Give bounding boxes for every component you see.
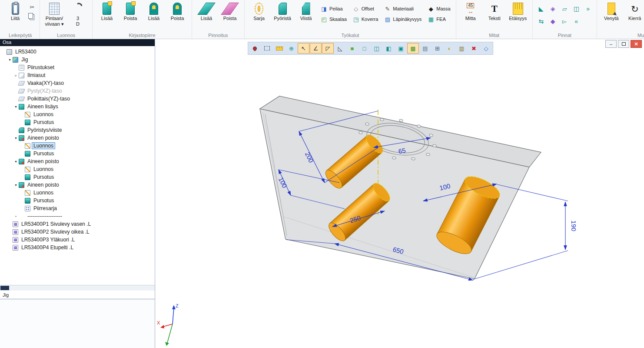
library-add-1-button[interactable]: Lisää	[96, 1, 118, 29]
skaalaa-button[interactable]: ◰Skaalaa	[319, 16, 349, 23]
kierr-button[interactable]: ↻Kierrä	[624, 1, 644, 29]
expander-icon[interactable]: ▾	[13, 183, 19, 187]
tree-item[interactable]: LR53400P4 Etupelti .L	[0, 244, 155, 251]
scrollbar-thumb[interactable]	[0, 286, 9, 290]
delete-view-button[interactable]: ✖	[468, 43, 480, 54]
massa-icon: ◆	[428, 6, 434, 12]
tree-item[interactable]: Pursotus	[0, 118, 155, 126]
surface-next-button[interactable]: »	[583, 3, 594, 14]
koverra-button[interactable]: ◳Koverra	[351, 16, 381, 23]
tree-item[interactable]: Pysty(XZ)-taso	[0, 87, 155, 95]
minimize-button[interactable]: –	[605, 40, 617, 48]
library-add-2-button[interactable]: Lisää	[143, 1, 165, 29]
print-view-button[interactable]: ▥	[456, 43, 468, 54]
copy-view-button[interactable]: ⊞	[432, 43, 443, 54]
view-hidden-lines-button[interactable]: ◫	[371, 43, 382, 54]
tree-item[interactable]: ÷ --------------------	[0, 212, 155, 220]
surface-quilt-button[interactable]: ◆	[548, 15, 558, 27]
l-pin-kyvyys-button[interactable]: ▨Läpinäkyvyys	[382, 16, 424, 23]
surfacing-add-button[interactable]: Lisää	[195, 1, 218, 29]
et-isyys-button[interactable]: Etäisyys	[507, 1, 529, 29]
snap-target-button[interactable]: ⊕	[285, 43, 297, 54]
materiaali-button[interactable]: ✎Materiaali	[382, 6, 424, 12]
offset-button[interactable]: ◇Offset	[351, 6, 381, 12]
measure-ruler-button[interactable]	[273, 43, 285, 54]
tree-item[interactable]: ▹ Ilmiasut	[0, 71, 155, 79]
pick-body-button[interactable]: ◺	[334, 43, 346, 54]
3-d-button[interactable]: 3 D	[66, 1, 89, 29]
venyt-button[interactable]: Venytä	[600, 1, 623, 29]
surface-offset-button[interactable]: ▱	[559, 3, 570, 14]
massa-button[interactable]: ◆Massa	[425, 6, 452, 12]
view-shaded-edges-button[interactable]: ▩	[407, 43, 419, 54]
tree-item[interactable]: Luonnos	[0, 142, 155, 150]
tree-item[interactable]: Pyöristys/viiste	[0, 126, 155, 134]
pick-edge-button[interactable]: ∠	[310, 43, 322, 54]
select-area-button[interactable]	[261, 43, 273, 54]
feature-list-button[interactable]: ▤	[419, 43, 431, 54]
expander-icon[interactable]: ▾	[13, 136, 19, 140]
tree-item[interactable]: Pursotus	[0, 197, 155, 204]
sarja-button[interactable]: Sarja	[248, 1, 270, 29]
cut-button[interactable]: ✂	[28, 3, 37, 11]
fea-button[interactable]: ▦FEA	[425, 16, 452, 23]
expander-icon[interactable]: ▾	[13, 105, 19, 109]
tree-item[interactable]: Luonnos	[0, 189, 155, 197]
tree-horizontal-scrollbar[interactable]	[0, 285, 155, 291]
pick-vertex-button[interactable]: ↖	[298, 43, 309, 54]
surface-prev-button[interactable]: «	[571, 15, 582, 27]
pintaan-viivaan-button[interactable]: Pintaan/ viivaan ▾	[43, 1, 66, 29]
expander-icon[interactable]: ▾	[7, 58, 13, 62]
view-wireframe-button[interactable]: □	[359, 43, 370, 54]
viewport-canvas[interactable]: 200 100 65 250 100	[155, 39, 644, 348]
surface-extend-2-button[interactable]: ▻	[559, 15, 570, 27]
pin-button[interactable]	[249, 43, 261, 54]
maximize-button[interactable]	[618, 40, 629, 48]
peilaa-button[interactable]: ◨Peilaa	[319, 6, 349, 12]
render-mode-button[interactable]: ◐	[444, 43, 455, 54]
mitta-button[interactable]: 45 ↔ Mitta	[459, 1, 482, 29]
tree-item[interactable]: Pursotus	[0, 150, 155, 157]
view-shaded-button[interactable]: ▣	[395, 43, 407, 54]
tree-item[interactable]: Piirustukset	[0, 64, 155, 71]
surface-join-button[interactable]: ⇆	[536, 15, 547, 27]
tree-item[interactable]: ▾ Jig	[0, 56, 155, 64]
tree-item[interactable]: Poikittais(YZ)-taso	[0, 95, 155, 103]
library-remove-2-button[interactable]: Poista	[166, 1, 189, 29]
tree-item[interactable]: LR53400P2 Sivulevy oikea .L	[0, 228, 155, 236]
export-plot-button[interactable]: ◇	[480, 43, 492, 54]
py-rist-button[interactable]: Pyöristä	[271, 1, 294, 29]
group-label-shaping: Muotoilu	[597, 33, 644, 38]
tree-item[interactable]: ▾ Aineen lisäys	[0, 103, 155, 110]
tree-item[interactable]: LR53400P3 Yläkuori .L	[0, 236, 155, 244]
tree-item[interactable]: LR53400P1 Sivulevy vasen .L	[0, 220, 155, 228]
expander-icon[interactable]: ▾	[13, 160, 19, 164]
surface-patch-button[interactable]: ◈	[548, 3, 558, 14]
pursotus-icon	[25, 198, 30, 204]
3d-viewport[interactable]: – ✕ ⊕↖∠◸◺■□◫◧▣▩▤⊞◐▥✖◇	[155, 39, 644, 348]
close-button[interactable]: ✕	[631, 40, 642, 48]
tree-item[interactable]: Luonnos	[0, 165, 155, 173]
tree-item[interactable]: Vaaka(XY)-taso	[0, 79, 155, 87]
liit-button[interactable]: Liitä	[4, 1, 27, 29]
surface-copy-button[interactable]: ◫	[571, 3, 582, 14]
view-shaded-edges-icon: ▩	[410, 46, 415, 51]
tree-item[interactable]: Piirresarja	[0, 204, 155, 212]
pick-face-button[interactable]: ◸	[322, 43, 334, 54]
expander-icon[interactable]: ÷	[13, 214, 19, 218]
viist-button[interactable]: Viistä	[295, 1, 317, 29]
tree-item[interactable]: ▾ Aineen poisto	[0, 181, 155, 189]
tree-item[interactable]: Luonnos	[0, 110, 155, 118]
copy-button[interactable]	[28, 13, 37, 20]
teksti-button[interactable]: TTeksti	[483, 1, 506, 29]
tree-item[interactable]: Pursotus	[0, 173, 155, 181]
shade-toggle-button[interactable]: ■	[346, 43, 358, 54]
library-remove-1-button[interactable]: Poista	[119, 1, 142, 29]
view-halfshade-button[interactable]: ◧	[383, 43, 395, 54]
tree-item[interactable]: ▾ Aineen poisto	[0, 157, 155, 165]
tree-item[interactable]: LR53400	[0, 48, 155, 56]
expander-icon[interactable]: ▹	[13, 74, 19, 77]
tree-item[interactable]: ▾ Aineen poisto	[0, 134, 155, 142]
surfacing-remove-button[interactable]: Poista	[219, 1, 241, 29]
surface-extend-button[interactable]: ◣	[536, 3, 547, 14]
